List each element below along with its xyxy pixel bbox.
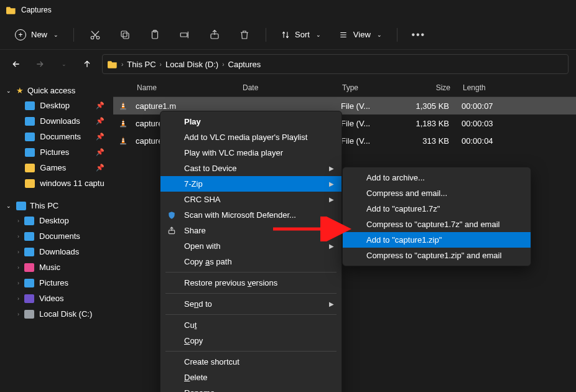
back-button[interactable] xyxy=(7,55,25,73)
context-menu-item[interactable]: Play xyxy=(160,114,341,129)
copy-button[interactable] xyxy=(113,24,137,46)
toolbar: + New ⌄ Sort ⌄ View ⌄ ••• xyxy=(0,20,576,50)
address-bar[interactable]: › This PC › Local Disk (D:) › Captures xyxy=(102,54,569,74)
context-menu-item[interactable]: Copy xyxy=(160,333,341,348)
context-menu-item[interactable]: Play with VLC media player xyxy=(160,145,341,161)
menu-item-label: 7-Zip xyxy=(184,179,203,189)
sidebar-item[interactable]: ›Desktop📌 xyxy=(2,98,111,113)
up-button[interactable] xyxy=(78,55,96,73)
folder-icon xyxy=(25,164,35,172)
svg-rect-3 xyxy=(121,31,127,37)
menu-item-label: Cut xyxy=(184,320,197,330)
pin-icon: 📌 xyxy=(96,164,105,172)
svg-rect-15 xyxy=(122,139,124,140)
forward-button[interactable] xyxy=(31,55,49,73)
delete-button[interactable] xyxy=(232,24,257,46)
sidebar-item[interactable]: ›Local Disk (C:) xyxy=(2,306,111,322)
file-name: capture1.m xyxy=(129,101,235,111)
context-menu-item[interactable]: Restore previous versions xyxy=(160,275,341,291)
sevenzip-menu-item[interactable]: Compress and email... xyxy=(343,185,531,201)
sidebar-item-label: Local Disk (C:) xyxy=(39,309,92,319)
context-menu-item[interactable]: Share xyxy=(160,223,341,238)
svg-point-0 xyxy=(91,36,94,39)
folder-icon xyxy=(25,148,35,157)
quick-access-header[interactable]: ⌄ ★ Quick access xyxy=(2,83,111,98)
context-menu-item[interactable]: Open with▶ xyxy=(160,238,341,254)
context-menu-item[interactable]: CRC SHA▶ xyxy=(160,192,341,207)
col-date[interactable]: Date xyxy=(236,83,336,92)
sevenzip-menu-item[interactable]: Add to archive... xyxy=(343,170,531,185)
chevron-down-icon: ⌄ xyxy=(6,203,12,209)
view-button[interactable]: View ⌄ xyxy=(332,26,388,43)
context-menu-item[interactable]: Copy as path xyxy=(160,254,341,269)
sidebar-item[interactable]: ›Desktop xyxy=(2,213,111,228)
window-title: Captures xyxy=(21,6,52,14)
col-type[interactable]: Type xyxy=(336,83,407,92)
sevenzip-menu-item[interactable]: Add to "capture1.zip" xyxy=(343,232,531,248)
folder-icon xyxy=(24,263,34,272)
column-headers[interactable]: Name Date Type Size Length xyxy=(113,78,576,97)
sidebar-item[interactable]: ›Documents xyxy=(2,228,111,244)
menu-item-label: Cast to Device xyxy=(184,164,237,173)
sidebar-item[interactable]: ›Documents📌 xyxy=(2,129,111,144)
menu-item-label: Add to "capture1.zip" xyxy=(366,235,442,245)
context-menu-item[interactable]: Scan with Microsoft Defender... xyxy=(160,207,341,223)
folder-icon xyxy=(24,217,34,225)
vlc-icon xyxy=(118,118,128,128)
context-menu-item[interactable]: Add to VLC media player's Playlist xyxy=(160,129,341,145)
sidebar-item[interactable]: ›Pictures📌 xyxy=(2,144,111,160)
cut-button[interactable] xyxy=(83,24,108,46)
context-menu-item[interactable]: Rename xyxy=(160,385,341,392)
folder-icon xyxy=(24,279,34,287)
sidebar-item[interactable]: ›Downloads📌 xyxy=(2,113,111,129)
sidebar-item[interactable]: ›Videos xyxy=(2,291,111,306)
share-button[interactable] xyxy=(202,24,227,46)
folder-icon xyxy=(24,248,34,256)
new-button[interactable]: + New ⌄ xyxy=(9,26,65,44)
breadcrumb-item[interactable]: Captures xyxy=(228,60,261,69)
sort-icon xyxy=(281,30,290,39)
context-menu-item[interactable]: 7-Zip▶ xyxy=(160,176,341,192)
menu-item-label: Scan with Microsoft Defender... xyxy=(184,210,296,220)
navbar: ⌄ › This PC › Local Disk (D:) › Captures xyxy=(0,50,576,78)
file-length: 00:00:03 xyxy=(455,119,505,128)
breadcrumb-item[interactable]: This PC xyxy=(127,60,156,69)
col-size[interactable]: Size xyxy=(407,83,457,92)
shield-icon xyxy=(167,210,177,220)
sevenzip-menu-item[interactable]: Compress to "capture1.zip" and email xyxy=(343,248,531,263)
sort-button[interactable]: Sort ⌄ xyxy=(275,26,327,43)
sevenzip-menu-item[interactable]: Add to "capture1.7z" xyxy=(343,201,531,217)
file-length: 00:00:07 xyxy=(455,101,505,111)
col-length[interactable]: Length xyxy=(457,83,506,92)
chevron-right-icon: › xyxy=(17,296,19,302)
this-pc-header[interactable]: ⌄ This PC xyxy=(2,198,111,213)
sidebar-item[interactable]: ›Pictures xyxy=(2,275,111,291)
context-menu-item[interactable]: Delete xyxy=(160,370,341,385)
col-name[interactable]: Name xyxy=(131,83,236,92)
sidebar-item[interactable]: ›Downloads xyxy=(2,244,111,259)
sidebar-item-label: Documents xyxy=(40,132,81,141)
separator xyxy=(73,28,74,42)
recent-button[interactable]: ⌄ xyxy=(55,55,72,73)
more-button[interactable]: ••• xyxy=(406,24,431,46)
menu-separator xyxy=(165,272,337,273)
context-menu-item[interactable]: Cast to Device▶ xyxy=(160,161,341,176)
separator xyxy=(397,28,397,42)
sidebar-item[interactable]: ›Games📌 xyxy=(2,160,111,175)
sevenzip-menu-item[interactable]: Compress to "capture1.7z" and email xyxy=(343,217,531,232)
pin-icon: 📌 xyxy=(96,101,105,110)
context-menu-item[interactable]: Create shortcut xyxy=(160,354,341,370)
chevron-down-icon: ⌄ xyxy=(6,88,12,94)
sidebar-item[interactable]: ›windows 11 captu xyxy=(2,175,111,191)
breadcrumb-item[interactable]: Local Disk (D:) xyxy=(165,60,218,69)
paste-button[interactable] xyxy=(142,24,167,46)
context-menu-item[interactable]: Cut xyxy=(160,317,341,333)
sidebar-item[interactable]: ›Music xyxy=(2,259,111,275)
context-menu-item[interactable]: Send to▶ xyxy=(160,296,341,312)
rename-button[interactable] xyxy=(172,24,197,46)
chevron-right-icon: › xyxy=(17,218,19,224)
folder-icon xyxy=(25,133,35,141)
chevron-down-icon: ⌄ xyxy=(316,32,321,38)
file-size: 1,305 KB xyxy=(406,101,455,111)
menu-item-label: Open with xyxy=(184,241,221,251)
